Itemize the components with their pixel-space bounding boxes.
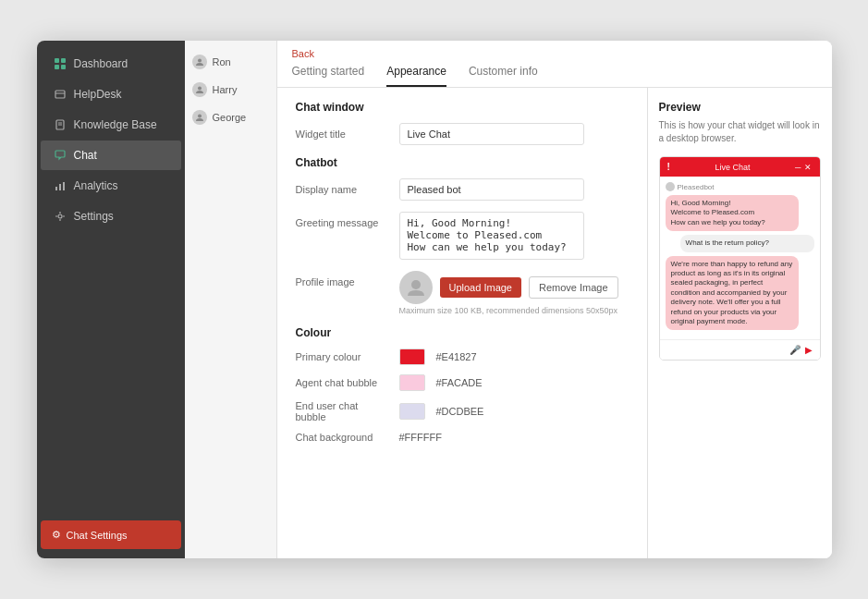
sidebar-item-label: Settings — [74, 210, 114, 223]
chat-widget-body: Pleasedbot Hi, Good Morning!Welcome to P… — [660, 177, 820, 339]
bot-name: Pleasedbot — [678, 183, 715, 191]
user-item-harry[interactable]: Harry — [185, 76, 276, 104]
agent-bubble-swatch[interactable] — [399, 374, 425, 391]
chat-icon — [54, 149, 67, 162]
user-avatar-harry — [192, 82, 207, 97]
greeting-input[interactable]: Hi, Good Morning! Welcome to Pleased.com… — [399, 212, 584, 260]
svg-rect-3 — [61, 65, 66, 69]
main-content: Back Getting started Appearance Customer… — [277, 41, 832, 558]
dashboard-icon — [54, 57, 67, 70]
user-item-george[interactable]: George — [185, 104, 276, 131]
gear-icon: ⚙ — [52, 529, 61, 541]
colour-section-title: Colour — [296, 326, 629, 339]
primary-colour-row: Primary colour #E41827 — [296, 348, 629, 365]
primary-colour-hex: #E41827 — [436, 351, 477, 362]
sidebar-item-chat[interactable]: Chat — [41, 141, 181, 170]
mic-icon[interactable]: 🎤 — [789, 345, 801, 355]
widget-title-label: Widget title — [296, 123, 388, 140]
svg-rect-4 — [55, 91, 65, 98]
chat-background-row: Chat background #FFFFFF — [296, 432, 629, 443]
profile-image-row: Profile image Upload Image Remove Image … — [296, 271, 629, 315]
chat-bot-label: Pleasedbot — [666, 182, 814, 191]
svg-point-14 — [198, 87, 202, 91]
analytics-icon — [54, 179, 67, 192]
sidebar-item-analytics[interactable]: Analytics — [41, 171, 181, 201]
settings-icon — [54, 210, 67, 223]
svg-point-12 — [58, 214, 62, 218]
svg-rect-2 — [55, 65, 59, 69]
display-name-row: Display name — [296, 178, 629, 201]
primary-colour-swatch[interactable] — [399, 348, 425, 365]
chat-widget-header-icons: ─ ✕ — [795, 163, 812, 172]
user-name-harry: Harry — [213, 84, 238, 95]
agent-bubble-label: Agent chat bubble — [296, 377, 388, 388]
upload-image-button[interactable]: Upload Image — [440, 277, 522, 298]
greeting-label: Greeting message — [296, 212, 388, 228]
tab-appearance[interactable]: Appearance — [386, 65, 446, 87]
sidebar-item-label: HelpDesk — [74, 88, 122, 101]
svg-rect-0 — [55, 58, 59, 63]
main-header: Back Getting started Appearance Customer… — [277, 41, 832, 88]
enduser-bubble-row: End user chat bubble #DCDBEE — [296, 400, 629, 422]
book-icon — [54, 118, 67, 131]
chat-widget-header-icon: ! — [667, 162, 670, 172]
agent-response-bubble: We're more than happy to refund any prod… — [666, 256, 800, 331]
svg-rect-10 — [59, 184, 61, 190]
chatbot-section-title: Chatbot — [296, 156, 629, 169]
profile-avatar — [399, 271, 433, 304]
user-item-ron[interactable]: Ron — [185, 48, 276, 76]
chat-background-hex: #FFFFFF — [399, 432, 442, 443]
close-icon[interactable]: ✕ — [804, 163, 812, 172]
main-body: Chat window Widget title Chatbot Display… — [277, 88, 832, 558]
chat-background-label: Chat background — [296, 432, 388, 443]
user-avatar-ron — [192, 55, 207, 69]
send-icon[interactable]: ▶ — [805, 345, 813, 355]
preview-desc: This is how your chat widget will look i… — [659, 119, 821, 145]
primary-colour-label: Primary colour — [296, 351, 388, 362]
preview-panel: Preview This is how your chat widget wil… — [647, 88, 832, 558]
user-avatar-george — [192, 110, 207, 125]
sidebar-nav: Dashboard HelpDesk — [37, 41, 185, 511]
enduser-bubble-hex: #DCDBEE — [436, 406, 484, 417]
chat-bot-avatar — [666, 182, 675, 191]
svg-point-13 — [198, 59, 202, 63]
enduser-bubble-swatch[interactable] — [399, 403, 425, 420]
tab-customer-info[interactable]: Customer info — [469, 65, 538, 87]
back-link[interactable]: Back — [292, 48, 817, 59]
preview-title: Preview — [659, 101, 821, 114]
widget-title-input[interactable] — [399, 123, 584, 145]
svg-point-16 — [411, 280, 421, 289]
svg-point-15 — [198, 115, 202, 118]
user-name-george: George — [213, 112, 247, 123]
sidebar-item-knowledge-base[interactable]: Knowledge Base — [41, 110, 181, 140]
agent-greeting-bubble: Hi, Good Morning!Welcome to Pleased.comH… — [666, 195, 800, 231]
sidebar-item-helpdesk[interactable]: HelpDesk — [41, 79, 181, 109]
tabs: Getting started Appearance Customer info — [292, 65, 817, 87]
svg-rect-11 — [63, 182, 65, 190]
sidebar-item-dashboard[interactable]: Dashboard — [41, 49, 181, 79]
user-message-bubble: What is the return policy? — [680, 235, 814, 251]
chat-widget-header: ! Live Chat ─ ✕ — [660, 157, 820, 177]
display-name-input[interactable] — [399, 178, 584, 201]
svg-rect-9 — [55, 187, 57, 190]
minimize-icon[interactable]: ─ — [795, 163, 801, 172]
user-name-ron: Ron — [213, 56, 231, 67]
users-panel: Ron Harry George — [185, 41, 277, 558]
profile-image-label: Profile image — [296, 271, 388, 287]
svg-rect-1 — [61, 58, 66, 63]
widget-title-row: Widget title — [296, 123, 629, 145]
greeting-row: Greeting message Hi, Good Morning! Welco… — [296, 212, 629, 260]
remove-image-button[interactable]: Remove Image — [529, 276, 618, 299]
enduser-bubble-label: End user chat bubble — [296, 400, 388, 422]
sidebar-item-label: Chat — [74, 149, 97, 162]
helpdesk-icon — [54, 88, 67, 101]
sidebar-item-settings[interactable]: Settings — [41, 202, 181, 231]
chat-settings-button[interactable]: ⚙ Chat Settings — [41, 520, 181, 549]
chat-window-section-title: Chat window — [296, 101, 629, 114]
sidebar-item-label: Dashboard — [74, 57, 128, 70]
greeting-text: Hi, Good Morning!Welcome to Pleased.comH… — [671, 199, 765, 226]
profile-image-area: Upload Image Remove Image — [399, 271, 618, 304]
agent-bubble-hex: #FACADE — [436, 377, 483, 388]
tab-getting-started[interactable]: Getting started — [292, 65, 365, 87]
chat-widget-footer: 🎤 ▶ — [660, 339, 820, 360]
